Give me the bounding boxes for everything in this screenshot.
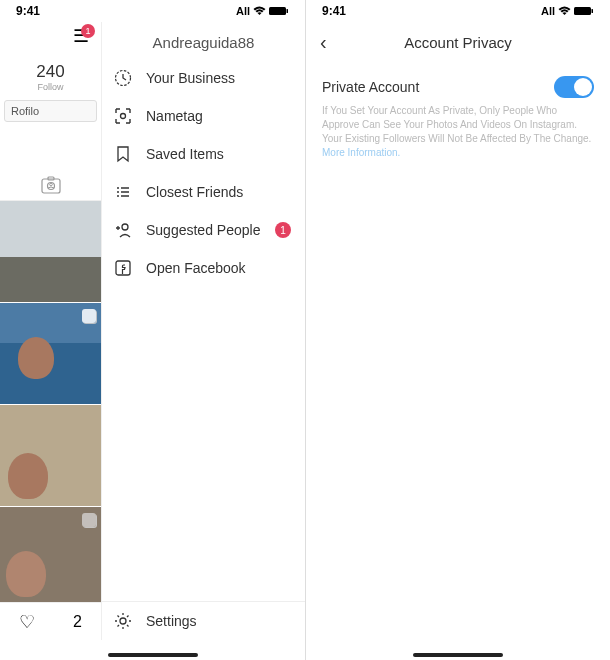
photo-grid: [0, 201, 101, 602]
home-indicator: [108, 653, 198, 657]
home-indicator: [413, 653, 503, 657]
menu-label: Your Business: [146, 70, 235, 86]
battery-icon: [269, 6, 289, 16]
person-plus-icon: [114, 221, 134, 239]
svg-point-8: [117, 187, 119, 189]
gear-icon: [114, 612, 134, 630]
svg-rect-14: [574, 7, 591, 15]
suggested-badge: 1: [275, 222, 291, 238]
side-menu: Andreaguida88 Your Business Nametag: [102, 22, 305, 640]
status-time: 9:41: [322, 4, 346, 18]
photo-thumb[interactable]: [0, 507, 101, 602]
heart-icon[interactable]: ♡: [19, 611, 35, 633]
status-time: 9:41: [16, 4, 40, 18]
facebook-icon: [114, 259, 134, 277]
multi-photo-icon: [82, 513, 96, 527]
svg-point-4: [49, 183, 52, 186]
follow-stat[interactable]: 240 Follow: [0, 62, 101, 92]
search-input[interactable]: [4, 100, 97, 122]
page-title: Account Privacy: [306, 34, 610, 51]
svg-point-13: [120, 618, 126, 624]
menu-label: Suggested People: [146, 222, 260, 238]
menu-suggested-people[interactable]: Suggested People 1: [102, 211, 305, 249]
tagged-icon: [41, 176, 61, 194]
menu-label: Open Facebook: [146, 260, 246, 276]
menu-your-business[interactable]: Your Business: [102, 59, 305, 97]
svg-rect-1: [287, 9, 289, 13]
status-bar: 9:41 All: [0, 0, 305, 22]
svg-rect-15: [592, 9, 594, 13]
menu-label: Settings: [146, 613, 197, 629]
private-account-row: Private Account: [306, 62, 610, 104]
wifi-icon: [558, 6, 571, 16]
phone-left: 9:41 All ☰ 1 240 Follow: [0, 0, 305, 660]
status-right: All: [236, 5, 289, 17]
menu-open-facebook[interactable]: Open Facebook: [102, 249, 305, 287]
svg-point-7: [121, 114, 126, 119]
list-icon: [114, 183, 134, 201]
battery-icon: [574, 6, 594, 16]
menu-username[interactable]: Andreaguida88: [102, 22, 305, 59]
menu-label: Saved Items: [146, 146, 224, 162]
photo-thumb[interactable]: [0, 405, 101, 507]
svg-point-11: [122, 224, 128, 230]
nametag-icon: [114, 107, 134, 125]
profile-column: ☰ 1 240 Follow: [0, 22, 102, 640]
menu-saved[interactable]: Saved Items: [102, 135, 305, 173]
notification-count: 2: [73, 613, 82, 631]
hamburger-row: ☰ 1: [0, 22, 101, 50]
follow-count: 240: [0, 62, 101, 82]
menu-nametag[interactable]: Nametag: [102, 97, 305, 135]
status-carrier: All: [236, 5, 250, 17]
follow-label: Follow: [0, 82, 101, 92]
hamburger-badge: 1: [81, 24, 95, 38]
nav-row: ‹ Account Privacy: [306, 22, 610, 62]
multi-photo-icon: [82, 309, 96, 323]
private-account-description: If You Set Your Account As Private, Only…: [306, 104, 610, 160]
status-bar: 9:41 All: [306, 0, 610, 22]
menu-settings[interactable]: Settings: [102, 601, 305, 640]
menu-label: Nametag: [146, 108, 203, 124]
wifi-icon: [253, 6, 266, 16]
status-carrier: All: [541, 5, 555, 17]
svg-point-9: [117, 191, 119, 193]
private-account-label: Private Account: [322, 79, 419, 95]
photo-thumb[interactable]: [0, 303, 101, 405]
svg-point-10: [117, 195, 119, 197]
status-right: All: [541, 5, 594, 17]
bottom-bar: ♡ 2: [0, 602, 101, 640]
photo-thumb[interactable]: [0, 201, 101, 303]
tagged-tab[interactable]: [0, 170, 101, 201]
menu-list: Your Business Nametag Saved Items: [102, 59, 305, 601]
private-account-toggle[interactable]: [554, 76, 594, 98]
clock-icon: [114, 69, 134, 87]
menu-closest-friends[interactable]: Closest Friends: [102, 173, 305, 211]
more-info-link[interactable]: More Information.: [322, 147, 400, 158]
svg-rect-0: [269, 7, 286, 15]
phone-right: 9:41 All ‹ Account Privacy Private Accou…: [305, 0, 610, 660]
menu-label: Closest Friends: [146, 184, 243, 200]
bookmark-icon: [114, 145, 134, 163]
